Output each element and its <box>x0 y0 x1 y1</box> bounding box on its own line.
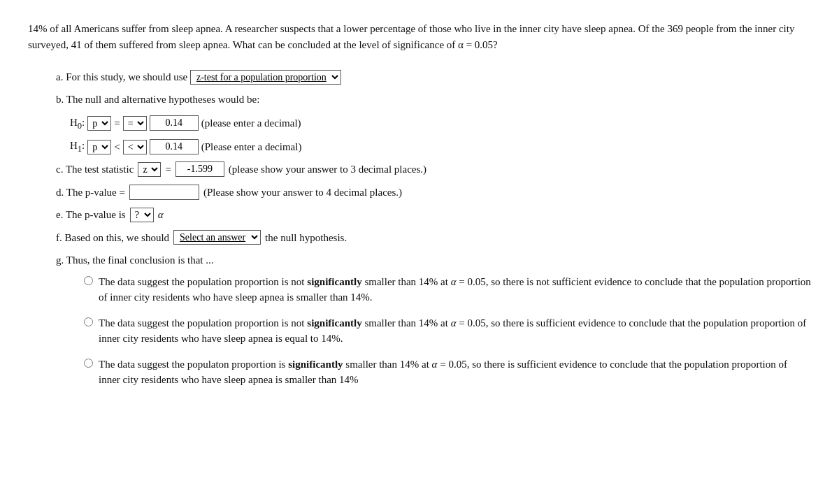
part-c-eq: = <box>165 161 171 178</box>
radio-opt2[interactable] <box>84 317 93 326</box>
statistic-variable-select[interactable]: z t <box>138 162 161 177</box>
part-f-suffix: the null hypothesis. <box>265 230 347 246</box>
radio-opt3[interactable] <box>84 359 93 368</box>
h1-variable-select[interactable]: p μ <box>87 140 111 154</box>
test-type-select[interactable]: z-test for a population proportion t-tes… <box>190 70 341 85</box>
ho-symbol: H0: <box>70 115 85 133</box>
ho-row: H0: p μ = = ≠ < > (please enter a decima… <box>70 115 811 133</box>
radio-opt2-label: The data suggest the population proporti… <box>99 315 811 347</box>
part-g: g. Thus, the final conclusion is that ..… <box>56 252 811 268</box>
p-value-input[interactable] <box>129 185 199 200</box>
part-a-label: a. For this study, we should use <box>56 71 187 82</box>
compare-select[interactable]: ? < > = <box>130 208 154 222</box>
h1-symbol: H1: <box>70 138 85 156</box>
part-c-label: c. The test statistic <box>56 161 134 178</box>
ho-value-input[interactable] <box>150 115 199 131</box>
part-g-label: g. Thus, the final conclusion is that ..… <box>56 254 214 266</box>
part-d: d. The p-value = (Please show your answe… <box>56 185 811 201</box>
part-d-label: d. The p-value = <box>56 185 125 201</box>
answer-select[interactable]: Select an answer reject fail to reject a… <box>173 230 261 245</box>
h1-lt: < <box>114 139 120 155</box>
part-d-hint: (Please show your answer to 4 decimal pl… <box>203 185 402 201</box>
part-e: e. The p-value is ? < > = α <box>56 207 811 223</box>
part-b: b. The null and alternative hypotheses w… <box>56 92 811 108</box>
radio-opt1-label: The data suggest the population proporti… <box>99 274 811 305</box>
part-c-hint: (please show your answer to 3 decimal pl… <box>229 161 426 178</box>
part-b-label: b. The null and alternative hypotheses w… <box>56 94 259 105</box>
radio-opt3-label: The data suggest the populaton proportio… <box>99 357 811 388</box>
h1-hint: (Please enter a decimal) <box>201 139 302 155</box>
part-f: f. Based on this, we should Select an an… <box>56 230 811 246</box>
ho-eq: = <box>114 115 120 131</box>
h1-row: H1: p μ < < = ≠ > (Please enter a decima… <box>70 138 811 156</box>
question-text: 14% of all Americans suffer from sleep a… <box>28 21 811 54</box>
ho-variable-select[interactable]: p μ <box>87 116 111 131</box>
part-f-label: f. Based on this, we should <box>56 230 169 246</box>
ho-hint: (please enter a decimal) <box>201 115 301 131</box>
z-value-input[interactable] <box>175 161 224 177</box>
part-e-alpha: α <box>158 207 164 223</box>
radio-option-1: The data suggest the population proporti… <box>84 274 811 305</box>
radio-opt1[interactable] <box>84 276 93 285</box>
part-e-label: e. The p-value is <box>56 207 126 223</box>
radio-option-3: The data suggest the populaton proportio… <box>84 357 811 388</box>
part-c: c. The test statistic z t = (please show… <box>56 161 811 178</box>
part-a: a. For this study, we should use z-test … <box>56 69 811 85</box>
h1-value-input[interactable] <box>150 139 199 154</box>
radio-option-2: The data suggest the population proporti… <box>84 315 811 347</box>
ho-operator-select[interactable]: = ≠ < > <box>123 116 147 131</box>
h1-operator-select[interactable]: < = ≠ > <box>123 140 147 154</box>
